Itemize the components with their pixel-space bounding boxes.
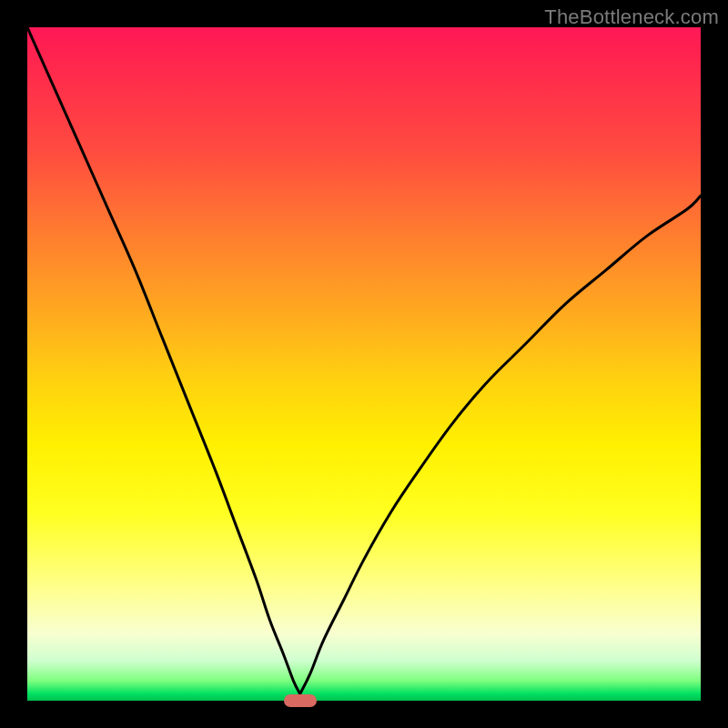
minimum-marker [284, 694, 317, 707]
right-curve-path [300, 196, 701, 694]
left-curve-path [27, 27, 300, 694]
chart-container: TheBottleneck.com [0, 0, 728, 728]
curve-layer [27, 27, 701, 701]
watermark-text: TheBottleneck.com [544, 5, 719, 29]
plot-area [27, 27, 701, 701]
